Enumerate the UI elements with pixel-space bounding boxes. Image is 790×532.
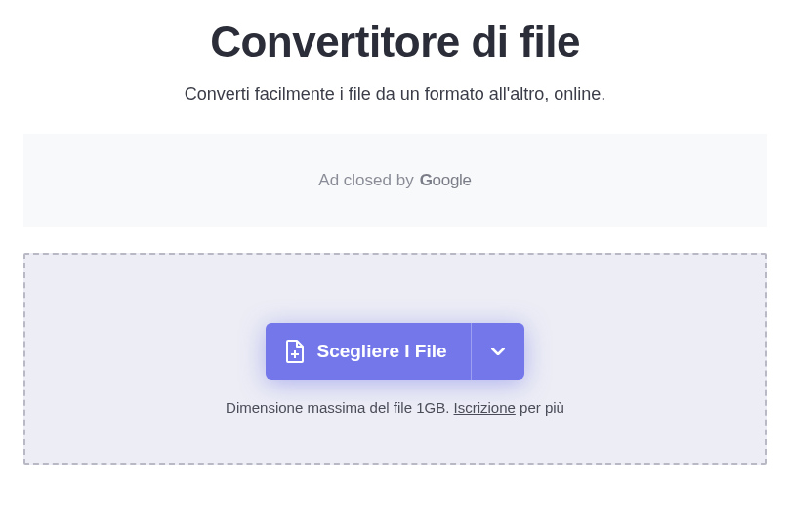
page-title: Convertitore di file [20, 18, 770, 66]
choose-file-button-group: Scegliere I File [266, 323, 523, 380]
file-size-info: Dimensione massima del file 1GB. Iscrizi… [45, 399, 745, 416]
signup-link[interactable]: Iscrizione [454, 399, 516, 416]
ad-banner: Ad closed by Google [23, 134, 767, 227]
page-subtitle: Converti facilmente i file da un formato… [20, 84, 770, 104]
chevron-down-icon [491, 348, 505, 355]
choose-file-dropdown-button[interactable] [471, 323, 524, 380]
size-suffix: per più [516, 399, 564, 416]
ad-prefix: Ad closed by [318, 171, 413, 190]
ad-closed-text: Ad closed by Google [318, 171, 471, 190]
google-logo: Google [420, 171, 472, 190]
file-plus-icon [285, 340, 305, 363]
choose-file-button[interactable]: Scegliere I File [266, 323, 470, 380]
file-dropzone[interactable]: Scegliere I File Dimensione massima del … [23, 253, 767, 465]
size-prefix: Dimensione massima del file 1GB. [226, 399, 453, 416]
choose-file-label: Scegliere I File [316, 341, 446, 362]
